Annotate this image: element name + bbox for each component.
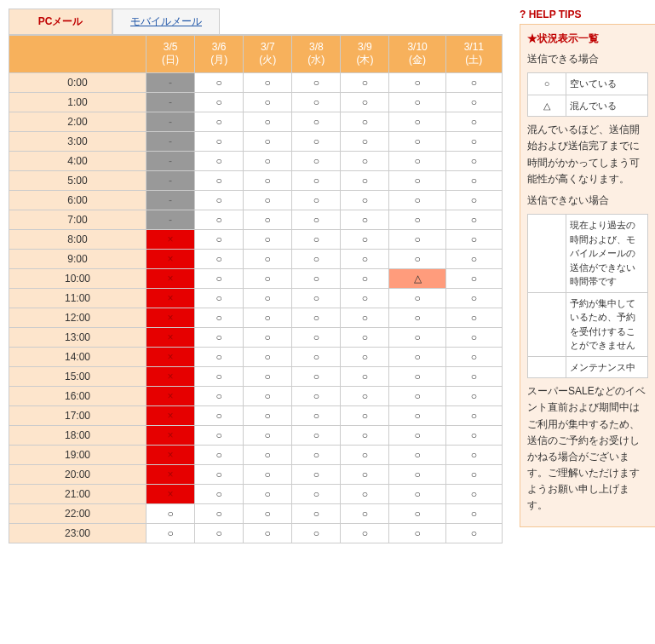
- slot-cell[interactable]: ○: [244, 132, 292, 152]
- slot-cell[interactable]: ○: [292, 465, 341, 485]
- slot-cell[interactable]: ○: [292, 446, 341, 465]
- slot-cell[interactable]: ○: [341, 269, 389, 289]
- slot-cell[interactable]: ○: [341, 367, 389, 387]
- slot-cell[interactable]: ○: [244, 93, 292, 112]
- slot-cell[interactable]: ○: [244, 152, 292, 171]
- slot-cell[interactable]: ×: [147, 348, 195, 367]
- slot-cell[interactable]: ○: [341, 465, 389, 485]
- slot-cell[interactable]: ○: [445, 171, 502, 191]
- slot-cell[interactable]: -: [147, 73, 195, 93]
- slot-cell[interactable]: ○: [389, 93, 445, 112]
- tab-mobile-mail[interactable]: モバイルメール: [112, 9, 220, 34]
- slot-cell[interactable]: ○: [341, 485, 389, 504]
- slot-cell[interactable]: ○: [445, 406, 502, 426]
- slot-cell[interactable]: ○: [341, 73, 389, 93]
- slot-cell[interactable]: ○: [389, 446, 445, 465]
- slot-cell[interactable]: ○: [244, 191, 292, 210]
- slot-cell[interactable]: ○: [389, 230, 445, 250]
- slot-cell[interactable]: ○: [389, 112, 445, 132]
- slot-cell[interactable]: ○: [389, 191, 445, 210]
- slot-cell[interactable]: ○: [195, 308, 244, 328]
- slot-cell[interactable]: ○: [445, 289, 502, 308]
- slot-cell[interactable]: ○: [341, 210, 389, 230]
- slot-cell[interactable]: ○: [445, 387, 502, 406]
- slot-cell[interactable]: ○: [244, 465, 292, 485]
- slot-cell[interactable]: ○: [195, 387, 244, 406]
- slot-cell[interactable]: ○: [389, 348, 445, 367]
- slot-cell[interactable]: ○: [389, 524, 445, 543]
- slot-cell[interactable]: ○: [195, 348, 244, 367]
- slot-cell[interactable]: ○: [445, 328, 502, 348]
- slot-cell[interactable]: ○: [244, 367, 292, 387]
- slot-cell[interactable]: ○: [389, 210, 445, 230]
- slot-cell[interactable]: ○: [445, 73, 502, 93]
- slot-cell[interactable]: ○: [445, 485, 502, 504]
- tab-mobile-link[interactable]: モバイルメール: [130, 15, 202, 27]
- slot-cell[interactable]: -: [147, 191, 195, 210]
- slot-cell[interactable]: ○: [195, 250, 244, 269]
- slot-cell[interactable]: ○: [195, 112, 244, 132]
- slot-cell[interactable]: ○: [341, 406, 389, 426]
- slot-cell[interactable]: ○: [445, 132, 502, 152]
- slot-cell[interactable]: -: [147, 171, 195, 191]
- slot-cell[interactable]: ○: [445, 210, 502, 230]
- slot-cell[interactable]: -: [147, 112, 195, 132]
- slot-cell[interactable]: ○: [341, 250, 389, 269]
- slot-cell[interactable]: ○: [445, 348, 502, 367]
- slot-cell[interactable]: ×: [147, 406, 195, 426]
- slot-cell[interactable]: ○: [195, 210, 244, 230]
- slot-cell[interactable]: -: [147, 210, 195, 230]
- slot-cell[interactable]: ×: [147, 426, 195, 446]
- slot-cell[interactable]: ○: [244, 269, 292, 289]
- slot-cell[interactable]: ○: [292, 348, 341, 367]
- slot-cell[interactable]: ○: [292, 504, 341, 524]
- slot-cell[interactable]: ○: [292, 93, 341, 112]
- slot-cell[interactable]: ○: [292, 328, 341, 348]
- slot-cell[interactable]: ○: [195, 93, 244, 112]
- slot-cell[interactable]: ○: [195, 328, 244, 348]
- slot-cell[interactable]: ○: [292, 230, 341, 250]
- slot-cell[interactable]: ○: [292, 171, 341, 191]
- slot-cell[interactable]: ○: [445, 465, 502, 485]
- slot-cell[interactable]: ○: [292, 269, 341, 289]
- slot-cell[interactable]: ○: [195, 132, 244, 152]
- slot-cell[interactable]: ○: [195, 446, 244, 465]
- slot-cell[interactable]: ○: [244, 485, 292, 504]
- slot-cell[interactable]: ○: [195, 426, 244, 446]
- slot-cell[interactable]: ○: [292, 73, 341, 93]
- slot-cell[interactable]: ○: [195, 269, 244, 289]
- slot-cell[interactable]: ○: [389, 132, 445, 152]
- slot-cell[interactable]: ○: [341, 328, 389, 348]
- slot-cell[interactable]: ○: [389, 406, 445, 426]
- slot-cell[interactable]: ○: [389, 426, 445, 446]
- slot-cell[interactable]: ○: [341, 171, 389, 191]
- slot-cell[interactable]: ○: [195, 524, 244, 543]
- slot-cell[interactable]: ○: [389, 367, 445, 387]
- slot-cell[interactable]: ○: [389, 387, 445, 406]
- slot-cell[interactable]: ○: [292, 289, 341, 308]
- slot-cell[interactable]: ○: [341, 289, 389, 308]
- slot-cell[interactable]: ○: [445, 152, 502, 171]
- slot-cell[interactable]: ○: [244, 406, 292, 426]
- slot-cell[interactable]: ○: [244, 524, 292, 543]
- slot-cell[interactable]: △: [389, 269, 445, 289]
- slot-cell[interactable]: ○: [389, 308, 445, 328]
- slot-cell[interactable]: ○: [244, 112, 292, 132]
- slot-cell[interactable]: ○: [389, 152, 445, 171]
- slot-cell[interactable]: ○: [244, 348, 292, 367]
- slot-cell[interactable]: ○: [341, 446, 389, 465]
- slot-cell[interactable]: ○: [341, 504, 389, 524]
- slot-cell[interactable]: ○: [389, 250, 445, 269]
- slot-cell[interactable]: ○: [244, 504, 292, 524]
- slot-cell[interactable]: ○: [244, 230, 292, 250]
- slot-cell[interactable]: ○: [445, 446, 502, 465]
- slot-cell[interactable]: ○: [244, 328, 292, 348]
- slot-cell[interactable]: ○: [445, 504, 502, 524]
- slot-cell[interactable]: ○: [389, 328, 445, 348]
- slot-cell[interactable]: ○: [341, 191, 389, 210]
- slot-cell[interactable]: ○: [292, 250, 341, 269]
- slot-cell[interactable]: ×: [147, 230, 195, 250]
- slot-cell[interactable]: ×: [147, 250, 195, 269]
- slot-cell[interactable]: ○: [244, 426, 292, 446]
- slot-cell[interactable]: ○: [341, 132, 389, 152]
